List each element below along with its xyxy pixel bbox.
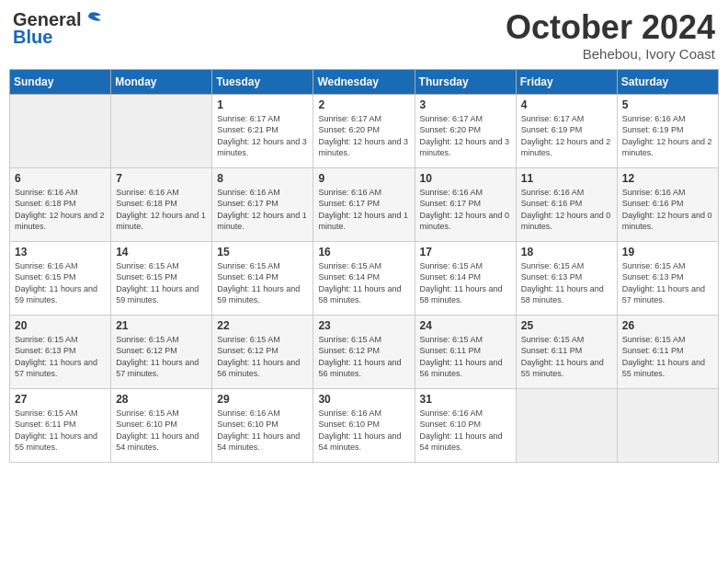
day-number: 7 [116,172,207,185]
day-number: 5 [622,98,713,111]
day-number: 20 [15,319,106,332]
day-number: 24 [420,319,511,332]
cell-content: Sunrise: 6:17 AMSunset: 6:19 PMDaylight:… [521,113,612,159]
cell-content: Sunrise: 6:15 AMSunset: 6:13 PMDaylight:… [521,260,612,306]
day-number: 18 [521,246,612,259]
day-number: 11 [521,172,612,185]
cell-content: Sunrise: 6:16 AMSunset: 6:18 PMDaylight:… [116,187,207,233]
cell-content: Sunrise: 6:15 AMSunset: 6:11 PMDaylight:… [622,334,713,380]
weekday-header-friday: Friday [516,69,617,94]
day-number: 1 [217,98,308,111]
cell-content: Sunrise: 6:15 AMSunset: 6:14 PMDaylight:… [318,260,409,306]
logo-bird-icon [83,11,105,29]
day-number: 29 [217,393,308,406]
day-number: 4 [521,98,612,111]
cell-content: Sunrise: 6:15 AMSunset: 6:14 PMDaylight:… [420,260,511,306]
cell-content: Sunrise: 6:15 AMSunset: 6:11 PMDaylight:… [521,334,612,380]
calendar-cell: 25Sunrise: 6:15 AMSunset: 6:11 PMDayligh… [516,315,617,388]
cell-content: Sunrise: 6:15 AMSunset: 6:13 PMDaylight:… [622,260,713,306]
calendar-cell: 11Sunrise: 6:16 AMSunset: 6:16 PMDayligh… [516,167,617,241]
calendar-cell: 27Sunrise: 6:15 AMSunset: 6:11 PMDayligh… [10,388,111,462]
calendar-cell [516,388,617,462]
cell-content: Sunrise: 6:15 AMSunset: 6:14 PMDaylight:… [217,260,308,306]
calendar-cell: 13Sunrise: 6:16 AMSunset: 6:15 PMDayligh… [10,241,111,315]
week-row-3: 13Sunrise: 6:16 AMSunset: 6:15 PMDayligh… [10,241,719,315]
calendar-cell: 5Sunrise: 6:16 AMSunset: 6:19 PMDaylight… [617,94,718,167]
cell-content: Sunrise: 6:16 AMSunset: 6:17 PMDaylight:… [420,187,511,233]
calendar-cell: 9Sunrise: 6:16 AMSunset: 6:17 PMDaylight… [313,167,415,241]
page-header: General Blue October 2024 Behebou, Ivory… [9,9,719,62]
day-number: 19 [622,246,713,259]
calendar-table: SundayMondayTuesdayWednesdayThursdayFrid… [9,69,719,463]
title-block: October 2024 Behebou, Ivory Coast [506,9,715,62]
day-number: 3 [420,98,511,111]
week-row-2: 6Sunrise: 6:16 AMSunset: 6:18 PMDaylight… [10,167,719,241]
calendar-cell: 28Sunrise: 6:15 AMSunset: 6:10 PMDayligh… [111,388,212,462]
day-number: 30 [318,393,409,406]
calendar-cell: 14Sunrise: 6:15 AMSunset: 6:15 PMDayligh… [111,241,212,315]
calendar-cell: 30Sunrise: 6:16 AMSunset: 6:10 PMDayligh… [313,388,415,462]
day-number: 25 [521,319,612,332]
day-number: 13 [15,246,106,259]
cell-content: Sunrise: 6:15 AMSunset: 6:11 PMDaylight:… [15,408,106,454]
day-number: 28 [116,393,207,406]
cell-content: Sunrise: 6:16 AMSunset: 6:17 PMDaylight:… [318,187,409,233]
day-number: 2 [318,98,409,111]
weekday-header-thursday: Thursday [415,69,516,94]
cell-content: Sunrise: 6:17 AMSunset: 6:20 PMDaylight:… [420,113,511,159]
calendar-cell: 12Sunrise: 6:16 AMSunset: 6:16 PMDayligh… [617,167,718,241]
calendar-cell [111,94,212,167]
day-number: 15 [217,246,308,259]
cell-content: Sunrise: 6:15 AMSunset: 6:12 PMDaylight:… [217,334,308,380]
calendar-cell: 31Sunrise: 6:16 AMSunset: 6:10 PMDayligh… [415,388,516,462]
calendar-cell: 1Sunrise: 6:17 AMSunset: 6:21 PMDaylight… [212,94,313,167]
day-number: 31 [420,393,511,406]
weekday-header-monday: Monday [111,69,212,94]
cell-content: Sunrise: 6:16 AMSunset: 6:17 PMDaylight:… [217,187,308,233]
day-number: 22 [217,319,308,332]
day-number: 10 [420,172,511,185]
calendar-cell: 24Sunrise: 6:15 AMSunset: 6:11 PMDayligh… [415,315,516,388]
calendar-cell: 16Sunrise: 6:15 AMSunset: 6:14 PMDayligh… [313,241,415,315]
day-number: 16 [318,246,409,259]
cell-content: Sunrise: 6:16 AMSunset: 6:10 PMDaylight:… [217,408,308,454]
calendar-cell: 7Sunrise: 6:16 AMSunset: 6:18 PMDaylight… [111,167,212,241]
calendar-cell: 17Sunrise: 6:15 AMSunset: 6:14 PMDayligh… [415,241,516,315]
day-number: 27 [15,393,106,406]
weekday-header-wednesday: Wednesday [313,69,415,94]
cell-content: Sunrise: 6:16 AMSunset: 6:18 PMDaylight:… [15,187,106,233]
calendar-cell: 23Sunrise: 6:15 AMSunset: 6:12 PMDayligh… [313,315,415,388]
cell-content: Sunrise: 6:16 AMSunset: 6:15 PMDaylight:… [15,260,106,306]
cell-content: Sunrise: 6:15 AMSunset: 6:12 PMDaylight:… [318,334,409,380]
day-number: 8 [217,172,308,185]
cell-content: Sunrise: 6:15 AMSunset: 6:13 PMDaylight:… [15,334,106,380]
weekday-header-sunday: Sunday [10,69,111,94]
calendar-cell: 2Sunrise: 6:17 AMSunset: 6:20 PMDaylight… [313,94,415,167]
week-row-4: 20Sunrise: 6:15 AMSunset: 6:13 PMDayligh… [10,315,719,388]
day-number: 9 [318,172,409,185]
calendar-cell: 21Sunrise: 6:15 AMSunset: 6:12 PMDayligh… [111,315,212,388]
calendar-cell: 3Sunrise: 6:17 AMSunset: 6:20 PMDaylight… [415,94,516,167]
cell-content: Sunrise: 6:15 AMSunset: 6:12 PMDaylight:… [116,334,207,380]
cell-content: Sunrise: 6:16 AMSunset: 6:19 PMDaylight:… [622,113,713,159]
day-number: 6 [15,172,106,185]
calendar-cell: 22Sunrise: 6:15 AMSunset: 6:12 PMDayligh… [212,315,313,388]
week-row-1: 1Sunrise: 6:17 AMSunset: 6:21 PMDaylight… [10,94,719,167]
calendar-cell: 26Sunrise: 6:15 AMSunset: 6:11 PMDayligh… [617,315,718,388]
calendar-cell: 10Sunrise: 6:16 AMSunset: 6:17 PMDayligh… [415,167,516,241]
calendar-cell: 15Sunrise: 6:15 AMSunset: 6:14 PMDayligh… [212,241,313,315]
day-number: 14 [116,246,207,259]
cell-content: Sunrise: 6:16 AMSunset: 6:16 PMDaylight:… [521,187,612,233]
calendar-cell: 6Sunrise: 6:16 AMSunset: 6:18 PMDaylight… [10,167,111,241]
calendar-cell: 18Sunrise: 6:15 AMSunset: 6:13 PMDayligh… [516,241,617,315]
day-number: 21 [116,319,207,332]
cell-content: Sunrise: 6:17 AMSunset: 6:21 PMDaylight:… [217,113,308,159]
cell-content: Sunrise: 6:17 AMSunset: 6:20 PMDaylight:… [318,113,409,159]
calendar-cell: 20Sunrise: 6:15 AMSunset: 6:13 PMDayligh… [10,315,111,388]
day-number: 23 [318,319,409,332]
calendar-cell: 4Sunrise: 6:17 AMSunset: 6:19 PMDaylight… [516,94,617,167]
cell-content: Sunrise: 6:16 AMSunset: 6:10 PMDaylight:… [318,408,409,454]
calendar-cell [617,388,718,462]
day-number: 26 [622,319,713,332]
calendar-cell [10,94,111,167]
